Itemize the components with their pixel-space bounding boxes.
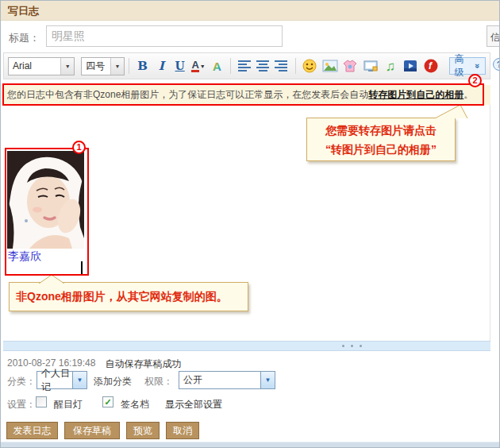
align-center-button[interactable]	[254, 56, 272, 75]
font-family-value: Arial	[9, 60, 60, 71]
cancel-button[interactable]: 取消	[166, 422, 199, 439]
italic-button[interactable]: I	[152, 56, 170, 75]
editor-toolbar: Arial ▼ 四号 ▼ B I U A ▼ A	[3, 52, 490, 79]
permission-label: 权限：	[144, 375, 173, 388]
checkmark-icon: ✓	[104, 397, 111, 407]
screenshot-icon	[363, 58, 379, 74]
art-text-button[interactable]: A	[208, 56, 226, 75]
underline-icon: U	[175, 60, 185, 72]
screenshot-button[interactable]	[360, 56, 380, 75]
dropdown-arrow-icon: ▼	[60, 58, 74, 75]
callout-image-tip: 非Qzone相册图片，从其它网站复制的图。	[9, 282, 248, 311]
annotation-marker-1: 1	[72, 141, 86, 154]
transfer-images-link[interactable]: 转存图片到自己的相册	[368, 89, 463, 100]
font-size-value: 四号	[82, 60, 110, 73]
dropdown-arrow-icon: ▼	[72, 372, 87, 388]
editor-resize-handle[interactable]	[3, 341, 490, 351]
highlight-checkbox-label: 醒目灯	[54, 398, 83, 411]
font-color-button[interactable]: A ▼	[189, 56, 207, 75]
advanced-button[interactable]: 高级 »	[449, 57, 486, 75]
bold-button[interactable]: B	[133, 56, 152, 75]
photo-li-jiaxin[interactable]	[7, 151, 84, 249]
align-left-button[interactable]	[235, 56, 253, 75]
category-select[interactable]: 个人日记 ▼	[37, 371, 87, 389]
smiley-icon	[302, 58, 317, 74]
callout-tail	[37, 275, 68, 284]
show-all-settings-link[interactable]: 显示全部设置	[165, 398, 222, 411]
annotation-marker-2: 2	[468, 74, 482, 87]
save-draft-button[interactable]: 保存草稿	[64, 422, 120, 439]
insert-image-button[interactable]	[320, 56, 340, 75]
art-text-icon: A	[210, 59, 225, 73]
highlight-checkbox[interactable]	[36, 396, 47, 407]
callout-line-1: 您需要转存图片请点击	[307, 121, 455, 140]
footer-strip	[1, 442, 499, 447]
video-icon	[402, 58, 418, 74]
svg-text:A: A	[213, 60, 221, 73]
signature-checkbox-label: 签名档	[121, 398, 149, 411]
category-value: 个人日记	[37, 367, 72, 394]
dropdown-arrow-icon: ▼	[260, 372, 275, 388]
font-family-select[interactable]: Arial ▼	[8, 57, 75, 75]
stationery-button[interactable]: 信	[487, 25, 500, 47]
signature-checkbox[interactable]: ✓	[102, 396, 113, 407]
preview-button[interactable]: 预览	[126, 422, 160, 439]
toolbar-separator	[295, 58, 296, 74]
publish-button[interactable]: 发表日志	[6, 422, 58, 439]
font-color-icon: A	[191, 60, 198, 73]
underline-button[interactable]: U	[171, 56, 189, 75]
italic-icon: I	[159, 59, 164, 73]
music-icon: ♫	[386, 60, 396, 73]
callout-transfer-tip: 您需要转存图片请点击 “转图片到自己的相册”	[306, 118, 456, 161]
align-right-icon	[275, 60, 288, 72]
drag-dots-icon	[342, 345, 362, 347]
image-caption-link[interactable]: 李嘉欣	[8, 249, 41, 264]
title-input[interactable]	[46, 25, 283, 47]
align-left-icon	[238, 60, 252, 72]
settings-label: 设置：	[7, 398, 36, 411]
font-color-caret-icon: ▼	[200, 64, 206, 69]
autosave-status: 2010-08-27 16:19:48 自动保存草稿成功	[7, 357, 181, 371]
text-cursor	[81, 261, 83, 274]
callout-line-2: “转图片到自己的相册”	[307, 140, 455, 159]
add-category-link[interactable]: 添加分类	[94, 375, 132, 388]
insert-emoji-button[interactable]	[300, 56, 320, 75]
insert-flash-button[interactable]: f	[421, 56, 440, 75]
insert-video-button[interactable]	[401, 56, 421, 75]
align-center-icon	[256, 60, 270, 72]
font-size-select[interactable]: 四号 ▼	[81, 57, 125, 75]
notice-suffix: 。	[463, 89, 473, 100]
toolbar-separator	[230, 58, 231, 74]
toolbar-separator	[129, 58, 129, 74]
notice-text: 您的日志中包含有非Qzone相册图片，为了保证日志可以正常显示，在您发表后会自动	[7, 89, 368, 100]
notice-bar: 您的日志中包含有非Qzone相册图片，为了保证日志可以正常显示，在您发表后会自动…	[3, 85, 490, 105]
bold-icon: B	[137, 59, 148, 73]
magic-emotion-button[interactable]	[340, 56, 360, 75]
chevron-double-down-icon: »	[473, 64, 483, 68]
window-title: 写日志	[1, 1, 499, 21]
insert-music-button[interactable]: ♫	[380, 56, 400, 75]
category-label: 分类：	[7, 375, 36, 388]
write-blog-window: 写日志 标题： 信 Arial ▼ 四号 ▼ B I U A ▼	[0, 0, 500, 448]
permission-select[interactable]: 公开 ▼	[179, 371, 275, 389]
permission-value: 公开	[179, 373, 260, 387]
magic-emotion-icon	[342, 58, 358, 74]
help-icon[interactable]: ?	[493, 58, 500, 71]
autosave-message: 自动保存草稿成功	[105, 357, 181, 371]
insert-image-icon	[322, 58, 338, 74]
title-label: 标题：	[9, 31, 40, 45]
callout-tail	[433, 105, 470, 118]
align-right-button[interactable]	[272, 56, 290, 75]
dropdown-arrow-icon: ▼	[110, 58, 124, 75]
flash-icon: f	[423, 58, 439, 74]
